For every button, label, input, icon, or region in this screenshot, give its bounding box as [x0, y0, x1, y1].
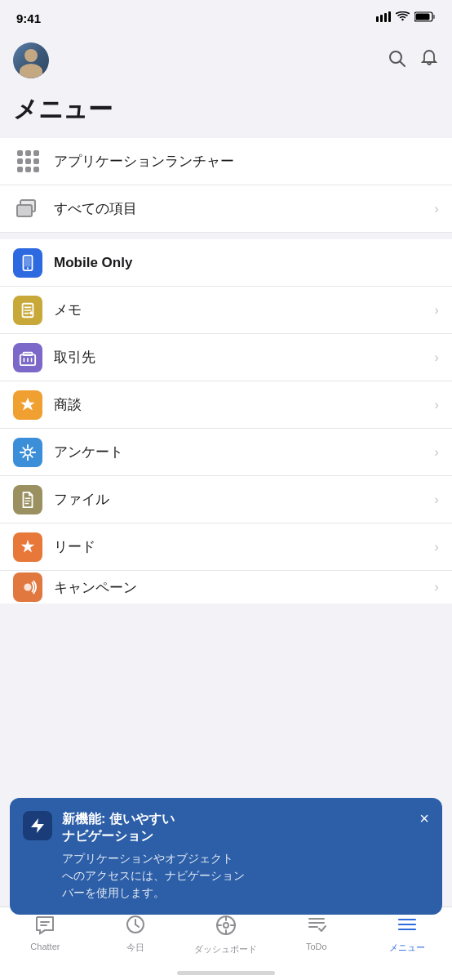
chatter-tab-icon: [33, 914, 56, 938]
chevron-icon: ›: [434, 302, 439, 318]
svg-rect-5: [416, 14, 430, 20]
todo-tab-icon: [306, 914, 327, 938]
campaign-icon: [13, 572, 42, 602]
tooltip-title: 新機能: 使いやすいナビゲーション: [62, 811, 410, 845]
tooltip-close-button[interactable]: ×: [419, 809, 429, 828]
shodan-icon: [13, 390, 42, 420]
header-actions: [387, 48, 439, 73]
wifi-icon: [396, 11, 410, 24]
svg-line-29: [30, 455, 33, 457]
dot: [33, 158, 39, 164]
menu-item-file[interactable]: ファイル ›: [0, 476, 452, 523]
menu-item-anketo[interactable]: アンケート ›: [0, 429, 452, 476]
layers-icon: [13, 194, 42, 224]
menu-tab-icon: [397, 914, 418, 938]
anketo-label: アンケート: [54, 443, 434, 461]
chevron-icon: ›: [434, 397, 439, 413]
battery-icon: [414, 11, 436, 24]
dot: [17, 158, 23, 164]
menu-item-all-items[interactable]: すべての項目 ›: [0, 185, 452, 233]
svg-line-28: [23, 448, 25, 450]
menu-item-memo[interactable]: メモ ›: [0, 287, 452, 334]
dot: [17, 150, 23, 156]
app-launcher-label: アプリケーションランチャー: [54, 152, 439, 171]
svg-point-23: [24, 449, 30, 455]
svg-line-31: [23, 455, 25, 457]
anketo-icon: [13, 438, 42, 467]
menu-item-campaign-partial[interactable]: キャンペーン ›: [0, 571, 452, 604]
tab-dashboard[interactable]: ダッシュボード: [181, 914, 272, 956]
svg-line-8: [401, 62, 405, 67]
all-items-label: すべての項目: [54, 199, 434, 218]
status-bar: 9:41: [0, 0, 452, 36]
notification-icon[interactable]: [419, 48, 439, 73]
chevron-icon: ›: [434, 201, 439, 217]
dot: [25, 150, 31, 156]
menu-item-lead[interactable]: リード ›: [0, 523, 452, 571]
menu-title: メニュー: [0, 88, 452, 138]
dots-grid: [17, 150, 39, 172]
dot: [25, 158, 31, 164]
file-label: ファイル: [54, 490, 434, 509]
lead-icon: [13, 532, 42, 562]
svg-rect-10: [17, 205, 32, 216]
menu-separator: [0, 233, 452, 239]
tab-today[interactable]: 今日: [91, 914, 181, 954]
lead-label: リード: [54, 537, 434, 556]
menu-item-mobile-only[interactable]: Mobile Only: [0, 239, 452, 287]
svg-line-30: [30, 448, 33, 450]
svg-point-42: [224, 923, 228, 928]
svg-rect-1: [380, 15, 383, 22]
todo-tab-label: ToDo: [306, 942, 327, 951]
chevron-icon: ›: [434, 539, 439, 555]
dot: [25, 167, 31, 172]
svg-line-40: [135, 924, 139, 927]
chevron-icon: ›: [434, 444, 439, 461]
menu-tab-label: メニュー: [389, 942, 425, 954]
dot: [33, 167, 39, 172]
dashboard-tab-icon: [215, 914, 237, 940]
torihiki-icon: [13, 343, 42, 372]
svg-rect-0: [376, 16, 379, 22]
svg-rect-12: [24, 256, 30, 266]
file-icon: [13, 485, 42, 514]
signal-icon: [376, 11, 391, 24]
chevron-icon: ›: [434, 350, 439, 366]
dot: [17, 167, 23, 172]
search-icon[interactable]: [387, 48, 406, 73]
memo-label: メモ: [54, 301, 434, 319]
header: [0, 36, 452, 88]
app-launcher-icon: [13, 147, 42, 176]
menu-item-torihiki[interactable]: 取引先 ›: [0, 334, 452, 381]
torihiki-label: 取引先: [54, 348, 434, 367]
today-tab-label: 今日: [126, 942, 144, 954]
today-tab-icon: [125, 914, 146, 938]
tooltip-body: アプリケーションやオブジェクトへのアクセスには、ナビゲーションバーを使用します。: [62, 850, 410, 902]
chevron-icon: ›: [434, 492, 439, 508]
mobile-only-section: Mobile Only メモ › 取引先 ›: [0, 239, 452, 604]
menu-item-shodan[interactable]: 商談 ›: [0, 381, 452, 429]
mobile-only-icon: [13, 248, 42, 278]
status-icons: [376, 11, 436, 24]
tooltip-content: 新機能: 使いやすいナビゲーション アプリケーションやオブジェクトへのアクセスに…: [62, 811, 410, 902]
svg-rect-6: [433, 15, 436, 19]
dashboard-tab-label: ダッシュボード: [194, 943, 257, 956]
svg-rect-3: [388, 11, 391, 22]
tooltip-popup: 新機能: 使いやすいナビゲーション アプリケーションやオブジェクトへのアクセスに…: [10, 798, 442, 915]
dot: [33, 150, 39, 156]
menu-item-app-launcher[interactable]: アプリケーションランチャー: [0, 138, 452, 185]
tab-menu[interactable]: メニュー: [361, 914, 452, 954]
avatar-image: [13, 42, 49, 78]
tab-todo[interactable]: ToDo: [271, 914, 361, 951]
svg-rect-2: [384, 13, 387, 22]
status-time: 9:41: [16, 11, 41, 25]
mobile-only-label: Mobile Only: [54, 255, 439, 271]
campaign-label: キャンペーン: [54, 578, 434, 597]
tab-chatter[interactable]: Chatter: [0, 914, 91, 951]
svg-point-13: [27, 267, 29, 269]
tooltip-feature-icon: [23, 811, 52, 840]
home-indicator: [177, 971, 275, 975]
avatar[interactable]: [13, 42, 49, 78]
svg-point-35: [24, 583, 31, 590]
chevron-icon: ›: [434, 579, 439, 595]
